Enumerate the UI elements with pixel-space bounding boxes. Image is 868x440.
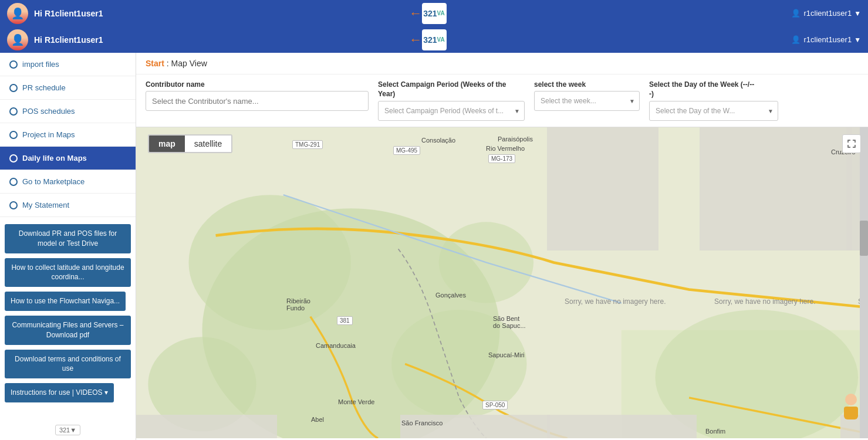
circle-icon-market	[9, 178, 18, 186]
week-filter-group: select the week Select the week...	[534, 80, 640, 111]
sidebar: import files PR schedule POS schedules P…	[0, 53, 136, 440]
collect-coords-btn[interactable]: How to collect latitude and longitude co…	[5, 258, 131, 287]
avatar-2: 👤	[7, 29, 28, 50]
contributor-filter-group: Contributor name	[146, 80, 369, 111]
download-terms-btn[interactable]: Download terms and conditions of use	[5, 350, 131, 379]
sidebar-item-pr-schedule[interactable]: PR schedule	[0, 76, 136, 100]
logo-321-1: 321 VA	[422, 3, 447, 24]
content-area: Start : Map View Contributor name Select…	[136, 53, 868, 440]
dropdown-arrow-2[interactable]: ▼	[854, 36, 861, 44]
sidebar-item-project-maps[interactable]: Project in Maps	[0, 123, 136, 147]
sidebar-item-marketplace[interactable]: Go to Marketplace	[0, 170, 136, 194]
user-dropdown-1[interactable]: r1client1user1	[791, 9, 852, 18]
place-abel: Abel	[311, 416, 324, 423]
contributor-input[interactable]	[146, 91, 369, 111]
avatar-1: 👤	[7, 3, 28, 24]
dropdown-arrow-1[interactable]: ▼	[854, 9, 861, 18]
place-sapucai: Sapucaí-Miri	[488, 351, 525, 358]
sidebar-label-market: Go to Marketplace	[22, 177, 85, 186]
road-sp-050: SP-050	[482, 401, 508, 409]
map-view-tabs: map satellite	[148, 134, 232, 153]
flowchart-btn[interactable]: How to use the Flowchart Naviga...	[5, 292, 126, 311]
no-imagery-2: Sorry, we have no imagery here.	[714, 297, 816, 306]
fullscreen-button[interactable]	[842, 134, 861, 153]
breadcrumb-start: Start	[146, 59, 164, 68]
no-imagery-1: Sorry, we have no imagery here.	[565, 297, 666, 306]
circle-icon	[9, 60, 18, 69]
circle-icon-pos	[9, 107, 18, 116]
place-camanducaia: Camanducaia	[316, 342, 356, 349]
circle-icon-statement	[9, 201, 18, 209]
sidebar-spacer	[0, 405, 136, 420]
breadcrumb-current: Map View	[171, 59, 207, 68]
filter-bar: Contributor name Select Campaign Period …	[136, 75, 868, 127]
sidebar-label-pos: POS schedules	[22, 107, 75, 116]
avatar-img-1: 👤	[7, 3, 28, 24]
instructions-videos-btn[interactable]: Instructions for use | VIDEOS ▾	[5, 383, 114, 402]
week-select[interactable]: Select the week...	[534, 91, 640, 111]
user-dropdown-2[interactable]: r1client1user1	[791, 35, 852, 44]
sidebar-label-project: Project in Maps	[22, 130, 75, 139]
avatar-img-2: 👤	[7, 29, 28, 50]
breadcrumb-separator: :	[167, 59, 171, 68]
no-imagery-area-4	[136, 415, 277, 438]
no-imagery-area-1	[547, 127, 658, 251]
sidebar-buttons-group: Download PR and POS files for model or T…	[0, 222, 136, 405]
communicating-files-btn[interactable]: Communicating Files and Servers – Downlo…	[5, 316, 131, 345]
sidebar-label-import: import files	[22, 60, 59, 69]
day-select-wrapper: Select the Day of the W...	[649, 101, 778, 121]
road-tmg-291: TMG-291	[292, 140, 323, 149]
place-bonfim: Bonfim	[705, 428, 725, 435]
place-consolacao: Consolação	[421, 137, 455, 144]
campaign-label: Select Campaign Period (Weeks of the Yea…	[378, 80, 525, 99]
sidebar-item-import-files[interactable]: import files	[0, 53, 136, 76]
map-scrollbar[interactable]	[860, 127, 868, 438]
sidebar-label-daily: Daily life on Maps	[22, 154, 87, 163]
campaign-select[interactable]: Select Campaign Period (Weeks of t...	[378, 101, 525, 121]
sidebar-footer-logo: 321▼	[0, 420, 136, 440]
sidebar-item-pos-schedules[interactable]: POS schedules	[0, 100, 136, 123]
circle-icon-pr	[9, 84, 18, 92]
sidebar-label-statement: My Statement	[22, 201, 69, 209]
day-label: Select the Day of the Week (--/-- -)	[649, 80, 778, 99]
place-rio-vermelho: Rio Vermelho	[486, 145, 525, 152]
circle-icon-daily	[9, 154, 18, 163]
day-select[interactable]: Select the Day of the W...	[649, 101, 778, 121]
footer-logo-text: 321▼	[55, 425, 80, 435]
place-paraisopolis: Paraisópolis	[498, 136, 533, 143]
place-goncalves: Gonçalves	[435, 292, 466, 299]
place-sao-bento: São Bentdo Sapuc...	[493, 315, 526, 329]
map-tab-map[interactable]: map	[149, 136, 185, 152]
back-arrow-2[interactable]: ←	[409, 32, 422, 48]
contributor-label: Contributor name	[146, 80, 369, 89]
pegman-head	[845, 394, 857, 405]
breadcrumb: Start : Map View	[136, 53, 868, 75]
map-container[interactable]: map satellite Sorry, we have no imagery …	[136, 127, 868, 438]
pegman-body	[844, 407, 858, 419]
road-mg-173: MG-173	[488, 154, 515, 163]
day-filter-group: Select the Day of the Week (--/-- -) Sel…	[649, 80, 778, 121]
main-layout: import files PR schedule POS schedules P…	[0, 53, 868, 440]
map-scrollbar-thumb[interactable]	[860, 221, 868, 256]
place-monte-verde: Monte Verde	[338, 398, 374, 405]
download-pr-pos-btn[interactable]: Download PR and POS files for model or T…	[5, 224, 131, 253]
no-imagery-area-2	[700, 127, 852, 251]
logo-321-2: 321 VA	[422, 29, 447, 50]
sidebar-label-pr: PR schedule	[22, 83, 66, 92]
pegman[interactable]	[842, 394, 860, 422]
place-ribeirao: RibeirãoFundo	[286, 297, 310, 312]
header-greeting-2: Hi R1client1user1	[34, 35, 403, 45]
back-arrow-1[interactable]: ←	[409, 6, 422, 21]
week-select-wrapper: Select the week...	[534, 91, 640, 111]
road-mg-495: MG-495	[393, 146, 420, 155]
place-sao-francisco: São Francisco	[401, 419, 443, 427]
sidebar-item-statement[interactable]: My Statement	[0, 194, 136, 217]
campaign-filter-group: Select Campaign Period (Weeks of the Yea…	[378, 80, 525, 121]
fullscreen-icon	[847, 140, 856, 148]
map-tab-satellite[interactable]: satellite	[185, 136, 231, 152]
no-imagery-area-5	[400, 415, 550, 438]
campaign-select-wrapper: Select Campaign Period (Weeks of t...	[378, 101, 525, 121]
week-label: select the week	[534, 80, 640, 89]
sidebar-item-daily-maps[interactable]: Daily life on Maps	[0, 147, 136, 170]
header-bar-1: 👤 Hi R1client1user1 ← 321 VA r1client1us…	[0, 0, 868, 26]
